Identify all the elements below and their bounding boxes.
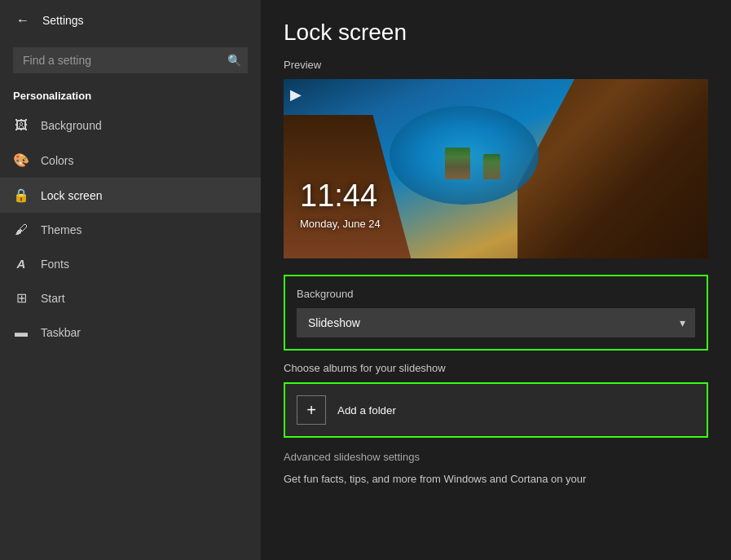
cortana-text: Get fun facts, tips, and more from Windo…	[284, 472, 708, 487]
fonts-icon: A	[13, 257, 29, 271]
sidebar-item-lock-screen[interactable]: 🔒 Lock screen	[0, 178, 261, 213]
add-folder-button[interactable]: + Add a folder	[284, 382, 708, 438]
back-button[interactable]: ←	[13, 10, 33, 31]
background-section: Background Windows spotlight Picture Sli…	[284, 275, 708, 351]
sidebar-item-label: Taskbar	[41, 326, 81, 339]
plus-box: +	[297, 395, 326, 425]
preview-video-icon: ▶	[290, 86, 302, 104]
page-title: Lock screen	[284, 20, 708, 46]
sidebar-item-label: Background	[41, 119, 102, 132]
preview-container: ▶ 11:44 Monday, June 24	[284, 79, 708, 258]
add-folder-label: Add a folder	[337, 404, 396, 417]
search-icon: 🔍	[227, 54, 241, 67]
sidebar-item-label: Colors	[41, 154, 73, 167]
background-icon: 🖼	[13, 118, 29, 133]
sidebar-item-label: Lock screen	[41, 189, 102, 202]
background-dropdown-wrapper: Windows spotlight Picture Slideshow ▾	[297, 308, 695, 337]
search-box: 🔍	[13, 47, 248, 73]
sidebar-item-fonts[interactable]: A Fonts	[0, 247, 261, 280]
sidebar: ← Settings 🔍 Personalization 🖼 Backgroun…	[0, 0, 261, 560]
nav-items: 🖼 Background 🎨 Colors 🔒 Lock screen 🖌 Th…	[0, 108, 261, 560]
start-icon: ⊞	[13, 290, 29, 306]
plus-icon: +	[306, 401, 316, 420]
preview-background	[284, 79, 708, 258]
background-section-label: Background	[297, 288, 695, 300]
back-icon: ←	[16, 13, 29, 28]
sidebar-item-label: Fonts	[41, 258, 69, 271]
sidebar-header: ← Settings	[0, 0, 261, 41]
background-dropdown[interactable]: Windows spotlight Picture Slideshow	[297, 308, 695, 337]
search-input[interactable]	[13, 47, 248, 73]
sidebar-item-background[interactable]: 🖼 Background	[0, 108, 261, 143]
sidebar-item-label: Start	[41, 292, 65, 305]
sidebar-item-start[interactable]: ⊞ Start	[0, 280, 261, 315]
rock-island-1	[445, 148, 470, 180]
preview-time: 11:44	[300, 179, 377, 214]
colors-icon: 🎨	[13, 152, 29, 168]
personalization-label: Personalization	[0, 80, 261, 108]
taskbar-icon: ▬	[13, 325, 29, 340]
sidebar-item-colors[interactable]: 🎨 Colors	[0, 143, 261, 178]
lock-screen-icon: 🔒	[13, 187, 29, 203]
sidebar-item-themes[interactable]: 🖌 Themes	[0, 213, 261, 247]
sidebar-item-taskbar[interactable]: ▬ Taskbar	[0, 315, 261, 350]
preview-label: Preview	[284, 59, 708, 71]
main-content: Lock screen Preview ▶ 11:44 Monday, June…	[261, 0, 731, 560]
sidebar-item-label: Themes	[41, 223, 82, 236]
settings-title: Settings	[42, 14, 84, 27]
albums-section-label: Choose albums for your slideshow	[284, 362, 708, 374]
themes-icon: 🖌	[13, 223, 29, 237]
advanced-slideshow-link[interactable]: Advanced slideshow settings	[284, 451, 420, 463]
rock-island-2	[483, 154, 500, 179]
preview-date: Monday, June 24	[300, 218, 381, 230]
